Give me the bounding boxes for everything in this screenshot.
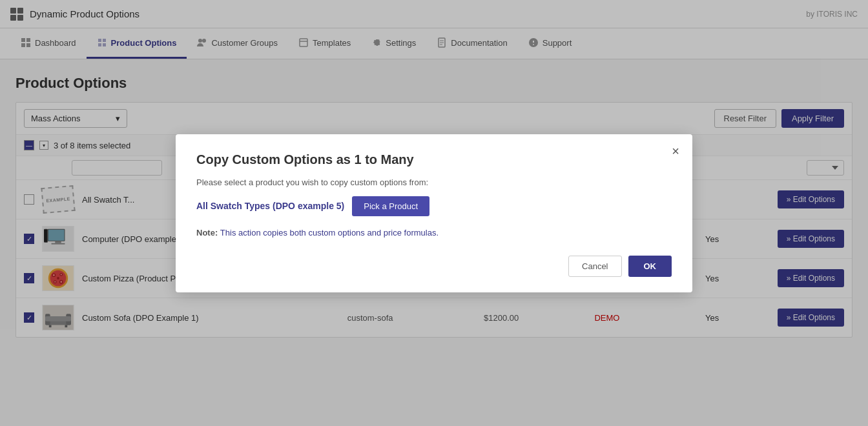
pick-product-button[interactable]: Pick a Product [352,196,429,216]
modal-note: Note: This action copies both custom opt… [196,228,672,238]
modal-ok-button[interactable]: OK [628,256,672,277]
modal-subtitle: Please select a product you wish to copy… [196,178,672,187]
modal-product-row: All Swatch Types (DPO example 5) Pick a … [196,196,672,216]
modal-cancel-button[interactable]: Cancel [568,256,621,277]
modal-footer: Cancel OK [196,256,672,277]
copy-options-modal: × Copy Custom Options as 1 to Many Pleas… [176,134,692,292]
selected-product-link[interactable]: All Swatch Types (DPO example 5) [196,201,344,211]
modal-note-text: This action copies both custom options a… [220,228,439,238]
modal-close-button[interactable]: × [672,145,679,157]
modal-title: Copy Custom Options as 1 to Many [196,152,672,167]
modal-note-prefix: Note: [196,228,220,238]
modal-overlay: × Copy Custom Options as 1 to Many Pleas… [0,0,868,348]
